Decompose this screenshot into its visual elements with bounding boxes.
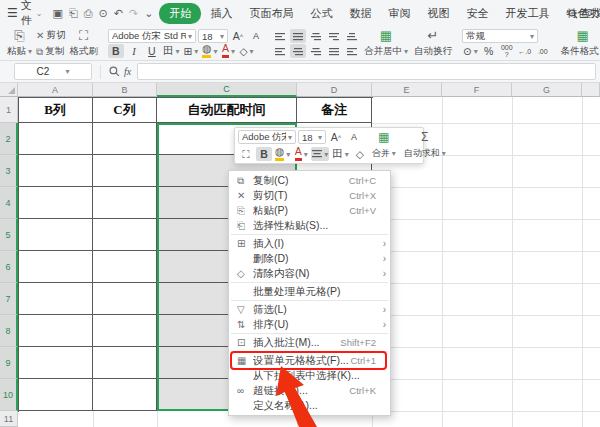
main-menu-icon[interactable]: ☰ (7, 6, 18, 20)
align-icon[interactable] (272, 29, 288, 43)
row-header-3[interactable]: 3 (0, 155, 18, 187)
row-header-5[interactable]: 5 (0, 219, 18, 251)
align-icon[interactable] (290, 44, 306, 58)
menu-item-4[interactable]: ⎗选择性粘贴(S)... (229, 218, 390, 233)
merge-center-button[interactable]: ▦ 合并居中▾ (361, 27, 411, 60)
menu-item-8[interactable]: 批量处理单元格(P) (229, 284, 390, 299)
row-header-8[interactable]: 8 (0, 315, 18, 347)
row-header-9[interactable]: 9 (0, 347, 18, 379)
mini-font-color-button[interactable]: A▾ (293, 147, 309, 161)
decrease-font-icon[interactable]: A (248, 29, 264, 43)
column-header-C[interactable]: C (157, 83, 297, 97)
conditional-format-button[interactable]: ▦ 条件格式▾ (558, 27, 600, 60)
menu-item-1[interactable]: ⧉复制(C)Ctrl+C (229, 173, 390, 188)
align-icon[interactable] (344, 44, 360, 58)
row-header-4[interactable]: 4 (0, 187, 18, 219)
save-icon[interactable]: ▣ (52, 8, 62, 19)
decrease-decimal-button[interactable]: ←.0 (517, 44, 533, 58)
column-header-G[interactable]: G (512, 83, 582, 97)
bold-button[interactable]: B (108, 44, 124, 58)
find-button[interactable]: 查找 (568, 6, 600, 21)
menu-item-9[interactable]: ▽筛选(L)› (229, 302, 390, 317)
cell-B8[interactable] (93, 315, 157, 347)
number-format-select[interactable]: 常规▾ (462, 29, 538, 43)
cell-B10[interactable] (93, 379, 157, 411)
tab-3[interactable]: 页面布局 (241, 4, 301, 23)
cell-C1[interactable]: 自动匹配时间 (157, 97, 297, 123)
column-header-F[interactable]: F (442, 83, 512, 97)
borders-button[interactable]: 田▾ (162, 44, 181, 58)
copy-button[interactable]: ⧉复制 (36, 45, 65, 58)
row-header-1[interactable]: 1 (0, 97, 18, 123)
cell-B4[interactable] (93, 187, 157, 219)
cell-B7[interactable] (93, 283, 157, 315)
export-icon[interactable]: ⎗ (69, 8, 78, 19)
cell-A9[interactable] (18, 347, 93, 379)
row-header-11[interactable]: 11 (0, 411, 18, 427)
mini-merge-button[interactable]: ▦ 合并▾ (368, 130, 400, 161)
menu-item-10[interactable]: ⇅排序(U)› (229, 317, 390, 332)
menu-item-6[interactable]: 删除(D)› (229, 251, 390, 266)
column-header-A[interactable]: A (18, 83, 93, 97)
percent-button[interactable]: % (481, 44, 497, 58)
font-name-select[interactable]: Adobe 仿宋 Std R▾ (108, 29, 196, 43)
align-icon[interactable] (326, 44, 342, 58)
clear-button[interactable]: ◇▾ (238, 44, 254, 58)
mini-borders-button[interactable]: 田▾ (331, 147, 350, 161)
row-header-6[interactable]: 6 (0, 251, 18, 283)
mini-decrease-font-icon[interactable]: A (346, 130, 362, 144)
font-size-select[interactable]: 18▾ (198, 29, 228, 43)
wrap-text-button[interactable]: ↵ 自动换行 (411, 27, 455, 60)
align-icon[interactable] (308, 44, 324, 58)
mini-font-name-select[interactable]: Adobe 仿宋▾ (238, 130, 296, 144)
cell-A8[interactable] (18, 315, 93, 347)
cell-A4[interactable] (18, 187, 93, 219)
menu-item-2[interactable]: ✕剪切(T)Ctrl+X (229, 188, 390, 203)
menu-item-13[interactable]: 从下拉列表中选择(K)... (229, 368, 390, 383)
align-icon[interactable] (272, 44, 288, 58)
mini-align-center-button[interactable]: ▾ (311, 147, 329, 161)
increase-decimal-button[interactable]: .00 (535, 44, 551, 58)
column-header-partial[interactable] (582, 83, 600, 97)
redo-icon[interactable]: ↷ (129, 8, 138, 19)
column-header-D[interactable]: D (297, 83, 372, 97)
menu-item-7[interactable]: ◇清除内容(N)› (229, 266, 390, 281)
tab-6[interactable]: 审阅 (380, 4, 418, 23)
mini-format-painter-icon[interactable]: ⛶ (238, 147, 254, 161)
cell-A1[interactable]: B列 (18, 97, 93, 123)
tab-9[interactable]: 开发工具 (497, 4, 557, 23)
file-menu-button[interactable]: 文件 ⌄ (21, 0, 43, 28)
italic-button[interactable]: I (126, 44, 142, 58)
fx-label[interactable]: fx (124, 66, 131, 77)
mini-bold-button[interactable]: B (256, 147, 272, 161)
tab-1[interactable]: 开始 (159, 3, 201, 24)
print-icon[interactable]: ⎙ (84, 8, 93, 19)
tab-7[interactable]: 视图 (419, 4, 457, 23)
undo-icon[interactable]: ↶ (114, 8, 123, 19)
increase-font-icon[interactable]: A˄ (230, 29, 246, 43)
cell-D1[interactable]: 备注 (297, 97, 372, 123)
tab-2[interactable]: 插入 (202, 4, 240, 23)
align-icon[interactable] (326, 29, 342, 43)
name-box[interactable]: C2 ▾ (14, 63, 92, 80)
menu-item-12[interactable]: ▦设置单元格格式(F)...Ctrl+1 (229, 353, 390, 368)
menu-item-11[interactable]: ⊡插入批注(M)...Shift+F2 (229, 335, 390, 350)
magnifier-icon[interactable] (109, 66, 120, 77)
mini-fill-color-button[interactable]: ◍▾ (274, 147, 291, 161)
cell-B5[interactable] (93, 219, 157, 251)
format-painter-button[interactable]: ⛶ 格式刷 (66, 27, 101, 60)
cell-A6[interactable] (18, 251, 93, 283)
font-color-button[interactable]: A▾ (220, 44, 236, 58)
cell-B3[interactable] (93, 155, 157, 187)
align-icon[interactable] (290, 29, 306, 43)
menu-item-5[interactable]: ⊞插入(I)› (229, 236, 390, 251)
tab-4[interactable]: 公式 (302, 4, 340, 23)
cell-A5[interactable] (18, 219, 93, 251)
mini-font-size-select[interactable]: 18▾ (298, 130, 326, 144)
menu-item-15[interactable]: 定义名称(A)... (229, 398, 390, 413)
row-header-2[interactable]: 2 (0, 123, 18, 155)
column-header-B[interactable]: B (93, 83, 157, 97)
fill-color-button[interactable]: ◍▾ (201, 44, 218, 58)
print-preview-icon[interactable]: ⊙ (99, 8, 108, 19)
align-icon[interactable] (308, 29, 324, 43)
